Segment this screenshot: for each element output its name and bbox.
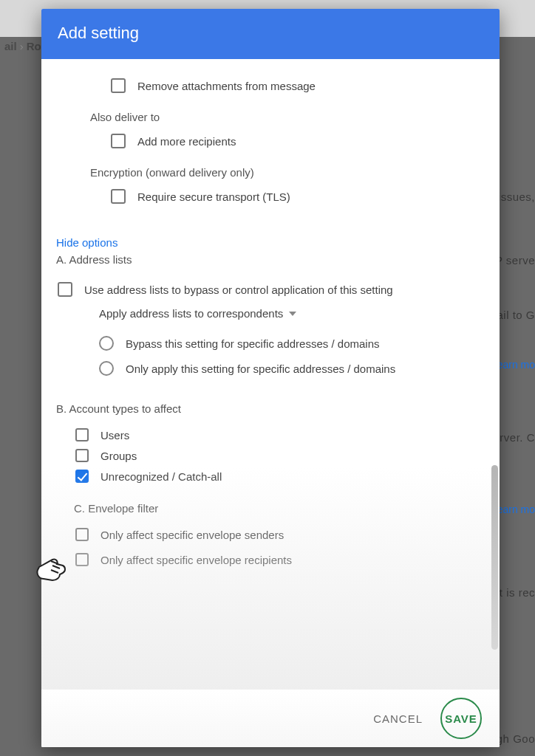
section-encryption: Encryption (onward delivery only) <box>90 166 480 179</box>
checkbox-groups[interactable]: Groups <box>75 449 480 462</box>
checkbox-icon <box>111 189 126 204</box>
section-also-deliver: Also deliver to <box>90 111 480 123</box>
dropdown-label: Apply address lists to correspondents <box>99 307 283 320</box>
checkbox-use-address-lists[interactable]: Use address lists to bypass or control a… <box>58 282 480 297</box>
checkbox-icon <box>58 282 72 297</box>
save-button[interactable]: SAVE <box>440 698 482 739</box>
radio-label: Only apply this setting for specific add… <box>126 362 395 375</box>
checkbox-icon <box>75 553 89 566</box>
bg-text: gh Goo <box>497 732 535 745</box>
checkbox-require-tls[interactable]: Require secure transport (TLS) <box>111 189 480 204</box>
bg-text: ail to G <box>497 309 535 321</box>
checkbox-label: Remove attachments from message <box>137 80 316 92</box>
checkbox-label: Require secure transport (TLS) <box>137 190 290 203</box>
checkbox-add-recipients[interactable]: Add more recipients <box>111 134 480 148</box>
scrollbar-thumb[interactable] <box>491 465 498 650</box>
radio-label: Bypass this setting for specific address… <box>126 337 380 350</box>
radio-icon <box>99 361 114 376</box>
checkbox-icon <box>75 449 89 462</box>
checkbox-icon <box>111 134 126 148</box>
checkbox-envelope-senders[interactable]: Only affect specific envelope senders <box>75 528 480 541</box>
hide-options-link[interactable]: Hide options <box>56 236 480 249</box>
checkbox-icon <box>111 78 126 93</box>
dialog-footer: CANCEL SAVE <box>41 690 500 747</box>
checkbox-label: Unrecognized / Catch-all <box>100 470 222 483</box>
breadcrumb: ail›Ro <box>4 40 41 52</box>
cancel-button[interactable]: CANCEL <box>369 707 427 731</box>
checkbox-envelope-recipients[interactable]: Only affect specific envelope recipients <box>75 553 480 566</box>
checkbox-label: Only affect specific envelope recipients <box>100 554 292 566</box>
checkbox-label: Users <box>100 429 129 441</box>
checkbox-label: Only affect specific envelope senders <box>100 529 284 541</box>
radio-bypass[interactable]: Bypass this setting for specific address… <box>99 336 480 351</box>
radio-only-apply[interactable]: Only apply this setting for specific add… <box>99 361 480 376</box>
bg-text: issues, <box>498 190 535 203</box>
add-setting-dialog: Add setting Remove attachments from mess… <box>41 9 500 747</box>
cursor-pointer-icon <box>33 554 69 583</box>
section-b-header: B. Account types to affect <box>56 402 480 415</box>
checkbox-label: Use address lists to bypass or control a… <box>84 284 393 296</box>
bg-link: earn mo <box>497 359 535 371</box>
section-a-header: A. Address lists <box>56 253 480 266</box>
bg-link: earn mo <box>497 504 535 515</box>
checkbox-icon <box>75 528 89 541</box>
dialog-title: Add setting <box>41 9 500 59</box>
bg-text: t is rec <box>500 586 535 599</box>
checkbox-catchall[interactable]: Unrecognized / Catch-all <box>75 470 480 483</box>
checkbox-label: Groups <box>100 450 137 462</box>
checkbox-icon <box>75 470 89 483</box>
dropdown-apply-address-lists[interactable]: Apply address lists to correspondents <box>99 307 480 320</box>
checkbox-label: Add more recipients <box>137 135 236 148</box>
checkbox-remove-attachments[interactable]: Remove attachments from message <box>111 78 480 93</box>
bg-text: P serve <box>495 254 535 267</box>
checkbox-users[interactable]: Users <box>75 428 480 441</box>
radio-icon <box>99 336 114 351</box>
section-c-header: C. Envelope filter <box>74 502 480 515</box>
chevron-down-icon <box>289 312 296 316</box>
checkbox-icon <box>75 428 89 441</box>
